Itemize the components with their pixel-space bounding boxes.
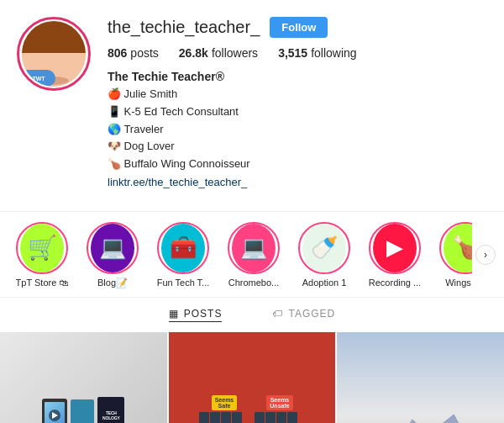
avatar-badge: TWT (22, 70, 55, 87)
avatar-ring: TWT (17, 17, 91, 91)
posts-count: 806 (108, 46, 127, 60)
highlight-chromebo[interactable]: 💻 Chromebo... (220, 222, 287, 288)
profile-top: TWT the_techie_teacher_ Follow 806 posts… (17, 17, 487, 191)
tablet-icon (42, 399, 67, 423)
avatar-hair (22, 21, 86, 53)
followers-stat: 26.8k followers (179, 46, 258, 60)
highlight-recording[interactable]: ▶ Recording ... (361, 222, 428, 288)
book-blue (71, 399, 94, 423)
highlights-scroll: 🛒 TpT Store 🛍 💻 Blog📝 🧰 Fun Tech T... 💻 … (8, 222, 472, 288)
bio-line-4: 🐶 Dog Lover (108, 138, 487, 156)
followers-count: 26.8k (179, 46, 208, 60)
highlight-icon-blog: 💻 (91, 224, 134, 272)
chevron-right-icon: › (484, 249, 487, 261)
safe-card (199, 412, 209, 423)
seems-unsafe-sign: SeemsUnsafe (255, 395, 305, 423)
following-count: 3,515 (278, 46, 307, 60)
safe-card (221, 412, 231, 423)
bio-link[interactable]: linktr.ee/the_techie_teacher_ (108, 176, 247, 188)
profile-section: TWT the_techie_teacher_ Follow 806 posts… (0, 0, 504, 211)
highlight-label-chromebo: Chromebo... (228, 278, 280, 288)
post-2[interactable]: SeemsSafe SeemsUnsafe (169, 332, 336, 423)
highlight-circle-adoption: 🍼 (298, 222, 350, 274)
highlight-circle-chromebo: 💻 (228, 222, 280, 274)
posts-grid-icon: ▦ (169, 308, 179, 320)
highlights-section: 🛒 TpT Store 🛍 💻 Blog📝 🧰 Fun Tech T... 💻 … (0, 211, 504, 297)
display-name: The Techie Teacher® (108, 68, 487, 86)
following-stat: 3,515 following (278, 46, 357, 60)
tab-tagged[interactable]: 🏷 TAGGED (272, 308, 335, 322)
mountain-shape (337, 399, 504, 423)
avatar[interactable]: TWT (17, 17, 91, 91)
unsafe-card (255, 412, 265, 423)
highlight-icon-wings: 🍗 (444, 224, 472, 272)
book-tech: TECHNOLOGY (97, 397, 124, 423)
highlights-chevron-button[interactable]: › (475, 245, 496, 265)
unsafe-card (276, 412, 286, 423)
highlight-icon-tpt: 🛒 (20, 224, 64, 272)
profile-info: the_techie_teacher_ Follow 806 posts 26.… (108, 17, 487, 191)
highlight-icon-recording: ▶ (373, 224, 417, 272)
highlight-icon-chromebo: 💻 (232, 224, 276, 272)
tablet-screen (45, 402, 65, 423)
post-3[interactable] (337, 332, 504, 423)
posts-grid: TECHNOLOGY SeemsSafe SeemsUnsa (0, 332, 504, 423)
tab-tagged-label: TAGGED (288, 308, 335, 320)
unsafe-card (287, 412, 297, 423)
profile-stats: 806 posts 26.8k followers 3,515 followin… (108, 46, 487, 60)
play-triangle-icon (52, 412, 58, 419)
bio-line-1: 🍎 Julie Smith (108, 86, 487, 103)
highlight-circle-blog: 💻 (87, 222, 139, 274)
posts-stat: 806 posts (108, 46, 159, 60)
highlight-blog[interactable]: 💻 Blog📝 (79, 222, 146, 288)
unsafe-card (265, 412, 276, 423)
seems-safe-sign: SeemsSafe (199, 395, 249, 423)
highlight-label-adoption: Adoption 1 (302, 278, 347, 288)
unsafe-cards (255, 412, 305, 423)
highlight-circle-tpt: 🛒 (16, 222, 68, 274)
highlight-circle-recording: ▶ (369, 222, 421, 274)
posts-label: posts (130, 46, 158, 60)
safe-card (232, 412, 242, 423)
following-label: following (311, 46, 356, 60)
tab-posts-label: POSTS (184, 308, 223, 320)
avatar-image: TWT (22, 21, 86, 87)
username: the_techie_teacher_ (108, 18, 260, 37)
board-signs: SeemsSafe SeemsUnsafe (199, 395, 305, 423)
highlight-icon-funtech: 🧰 (161, 224, 205, 272)
follow-button[interactable]: Follow (270, 17, 328, 38)
tabs-section: ▦ POSTS 🏷 TAGGED (0, 297, 504, 332)
bio-line-5: 🍗 Buffalo Wing Connoisseur (108, 156, 487, 173)
play-button-icon (49, 410, 60, 421)
seems-unsafe-label: SeemsUnsafe (266, 395, 292, 410)
highlight-label-wings: Wings 🍗 (445, 278, 472, 288)
highlight-label-blog: Blog📝 (97, 278, 128, 288)
highlight-label-recording: Recording ... (369, 278, 421, 288)
bio-line-3: 🌎 Traveler (108, 121, 487, 139)
username-row: the_techie_teacher_ Follow (108, 17, 487, 38)
highlight-wings[interactable]: 🍗 Wings 🍗 (432, 222, 472, 288)
followers-label: followers (212, 46, 258, 60)
post-1-content: TECHNOLOGY (42, 397, 124, 423)
highlight-label-funtech: Fun Tech T... (157, 278, 210, 288)
highlight-circle-funtech: 🧰 (157, 222, 209, 274)
post-1[interactable]: TECHNOLOGY (0, 332, 167, 423)
highlight-label-tpt: TpT Store 🛍 (16, 278, 69, 288)
tab-posts[interactable]: ▦ POSTS (169, 308, 223, 322)
highlight-adoption[interactable]: 🍼 Adoption 1 (291, 222, 358, 288)
tag-icon: 🏷 (272, 308, 283, 320)
seems-safe-label: SeemsSafe (212, 395, 238, 410)
highlight-tpt[interactable]: 🛒 TpT Store 🛍 (8, 222, 76, 288)
highlight-circle-wings: 🍗 (439, 222, 472, 274)
highlight-icon-adoption: 🍼 (302, 224, 346, 272)
profile-bio: The Techie Teacher® 🍎 Julie Smith 📱 K-5 … (108, 68, 487, 191)
safe-cards (199, 412, 249, 423)
safe-card (210, 412, 220, 423)
bio-line-2: 📱 K-5 Ed Tech Consultant (108, 103, 487, 121)
highlight-funtech[interactable]: 🧰 Fun Tech T... (150, 222, 217, 288)
